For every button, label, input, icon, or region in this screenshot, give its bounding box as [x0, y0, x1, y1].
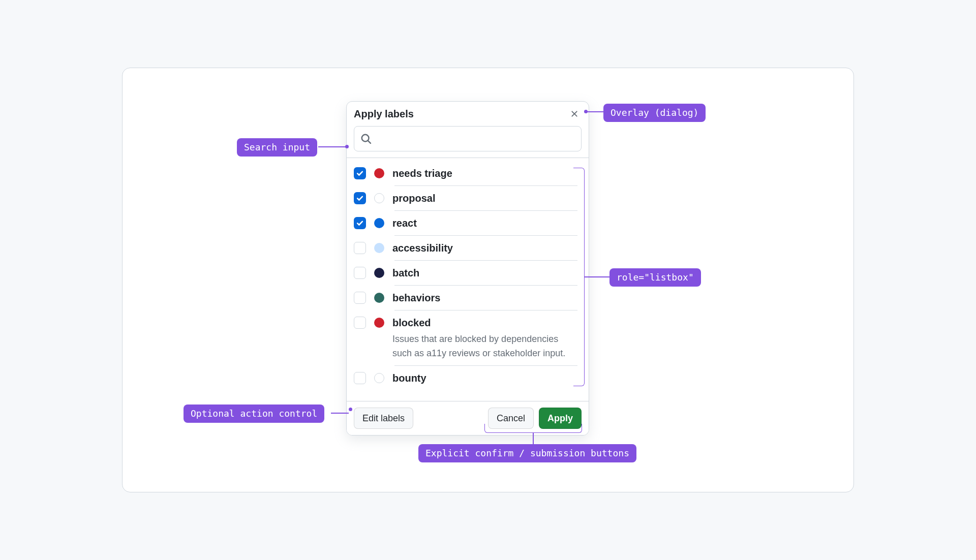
annotation-optional-action: Optional action control — [184, 405, 324, 423]
label-option[interactable]: bounty — [354, 366, 582, 390]
annotation-line — [318, 146, 346, 147]
label-text: needs triage — [392, 166, 582, 180]
label-name: behaviors — [392, 291, 582, 305]
label-checkbox[interactable] — [354, 217, 366, 229]
close-icon — [569, 109, 580, 119]
label-checkbox[interactable] — [354, 192, 366, 204]
search-box[interactable] — [354, 126, 582, 151]
label-color-swatch — [374, 218, 384, 228]
apply-labels-dialog: Apply labels needs triageproposalreactac… — [346, 101, 589, 435]
label-option[interactable]: react — [354, 211, 582, 235]
label-color-swatch — [374, 193, 384, 203]
annotation-listbox: role="listbox" — [609, 268, 701, 287]
label-name: bounty — [392, 371, 582, 385]
label-checkbox[interactable] — [354, 292, 366, 304]
dialog-header: Apply labels — [347, 102, 589, 121]
annotation-line — [585, 276, 610, 277]
annotation-confirm: Explicit confirm / submission buttons — [418, 444, 636, 462]
label-description: Issues that are blocked by dependencies … — [392, 332, 582, 360]
label-name: accessibility — [392, 241, 582, 255]
label-color-swatch — [374, 293, 384, 303]
label-checkbox[interactable] — [354, 167, 366, 179]
label-checkbox[interactable] — [354, 267, 366, 279]
label-name: react — [392, 216, 582, 230]
label-name: needs triage — [392, 166, 582, 180]
label-option[interactable]: behaviors — [354, 286, 582, 310]
annotation-dot — [584, 110, 588, 113]
label-option[interactable]: proposal — [354, 186, 582, 210]
label-color-swatch — [374, 373, 384, 383]
label-color-swatch — [374, 243, 384, 253]
label-text: bounty — [392, 371, 582, 385]
label-option[interactable]: blockedIssues that are blocked by depend… — [354, 310, 582, 365]
label-checkbox[interactable] — [354, 242, 366, 254]
label-name: proposal — [392, 191, 582, 205]
edit-labels-button[interactable]: Edit labels — [354, 408, 413, 429]
label-text: behaviors — [392, 291, 582, 305]
label-text: react — [392, 216, 582, 230]
search-input[interactable] — [376, 133, 575, 145]
label-option[interactable]: needs triage — [354, 161, 582, 185]
annotation-line — [331, 413, 349, 414]
label-text: blockedIssues that are blocked by depend… — [392, 316, 582, 360]
label-text: batch — [392, 266, 582, 280]
annotation-dot — [345, 145, 349, 148]
annotation-line — [586, 111, 603, 112]
label-text: proposal — [392, 191, 582, 205]
search-icon — [360, 133, 372, 144]
label-checkbox[interactable] — [354, 317, 366, 329]
label-checkbox[interactable] — [354, 372, 366, 384]
svg-line-1 — [368, 141, 371, 143]
figure-frame: Apply labels needs triageproposalreactac… — [122, 68, 854, 492]
label-name: blocked — [392, 316, 582, 330]
annotation-line — [533, 433, 534, 444]
search-container — [347, 121, 589, 158]
label-name: batch — [392, 266, 582, 280]
dialog-title: Apply labels — [354, 108, 414, 120]
annotation-bracket-listbox — [573, 168, 585, 386]
annotation-dot — [349, 408, 352, 411]
annotation-overlay: Overlay (dialog) — [603, 104, 706, 122]
label-color-swatch — [374, 318, 384, 328]
label-color-swatch — [374, 168, 384, 178]
label-text: accessibility — [392, 241, 582, 255]
annotation-bracket-confirm — [484, 424, 582, 433]
annotation-search: Search input — [237, 138, 317, 157]
label-color-swatch — [374, 268, 384, 278]
label-option[interactable]: batch — [354, 261, 582, 285]
labels-listbox[interactable]: needs triageproposalreactaccessibilityba… — [347, 158, 589, 401]
close-button[interactable] — [567, 107, 582, 121]
label-option[interactable]: accessibility — [354, 236, 582, 260]
